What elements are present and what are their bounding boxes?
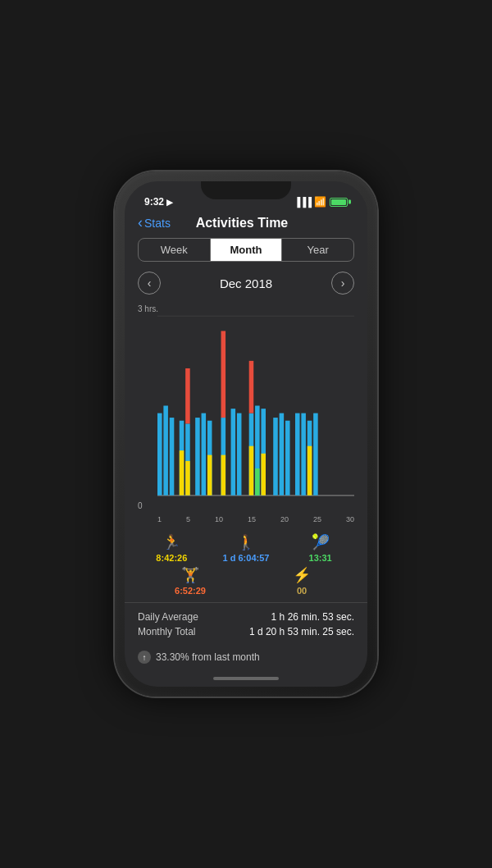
svg-rect-17 (231, 409, 236, 496)
svg-rect-26 (273, 418, 278, 496)
x-label-10: 10 (215, 515, 223, 523)
home-indicator (125, 670, 367, 687)
prev-arrow-icon: ‹ (148, 276, 152, 290)
percentage-text: 33.30% from last month (156, 651, 260, 663)
svg-rect-8 (185, 461, 190, 496)
x-label-15: 15 (248, 515, 256, 523)
total-row: Monthly Total 1 d 20 h 53 min. 25 sec. (138, 624, 354, 639)
back-label: Stats (144, 217, 171, 230)
wifi-icon: 📶 (314, 196, 326, 208)
x-label-25: 25 (313, 515, 321, 523)
svg-rect-27 (280, 413, 285, 496)
svg-rect-9 (185, 368, 190, 423)
battery-icon (330, 198, 348, 207)
svg-rect-4 (170, 418, 175, 496)
page-title: Activities Time (171, 216, 313, 231)
back-chevron-icon: ‹ (138, 214, 143, 231)
chart-container: 3 hrs. (125, 298, 367, 527)
svg-rect-15 (221, 455, 226, 496)
total-value: 1 d 20 h 53 min. 25 sec. (249, 626, 354, 637)
phone-screen: 9:32 ▶ ▐▐▐ 📶 ‹ Stats Activities Time Wee… (125, 181, 367, 687)
tennis-value: 13:31 (309, 553, 332, 563)
status-time: 9:32 ▶ (144, 196, 173, 208)
time-display: 9:32 (144, 196, 164, 208)
svg-rect-32 (308, 446, 312, 496)
signal-icon: ▐▐▐ (294, 197, 311, 207)
x-label-20: 20 (280, 515, 289, 523)
x-label-5: 5 (186, 515, 190, 523)
tennis-icon: 🎾 (312, 533, 330, 551)
current-month-label: Dec 2018 (220, 276, 272, 290)
bar-chart (157, 301, 354, 510)
stat-gym: 🏋 6:52:29 (138, 566, 243, 596)
daily-stats: Daily Average 1 h 26 min. 53 sec. Monthl… (125, 602, 367, 646)
svg-rect-21 (249, 361, 254, 413)
svg-rect-18 (237, 413, 242, 496)
stat-other: ⚡ 00 (249, 566, 354, 596)
segment-week[interactable]: Week (139, 239, 211, 261)
gym-value: 6:52:29 (175, 586, 206, 596)
y-axis-label: 3 hrs. (138, 304, 158, 313)
svg-rect-6 (180, 450, 184, 496)
average-value: 1 h 26 min. 53 sec. (271, 611, 354, 623)
average-row: Daily Average 1 h 26 min. 53 sec. (138, 610, 354, 624)
home-bar (213, 677, 279, 680)
x-label-30: 30 (346, 515, 354, 523)
zero-label: 0 (138, 501, 143, 510)
phone-frame: 9:32 ▶ ▐▐▐ 📶 ‹ Stats Activities Time Wee… (115, 171, 377, 697)
stat-tennis: 🎾 13:31 (286, 533, 354, 563)
battery-fill (331, 199, 346, 205)
gym-icon: 🏋 (181, 566, 199, 584)
other-icon: ⚡ (293, 566, 311, 584)
segment-month[interactable]: Month (211, 239, 283, 261)
chart-area: 1 5 10 15 20 25 30 (157, 301, 354, 527)
svg-rect-10 (195, 418, 200, 496)
svg-rect-23 (255, 468, 260, 496)
average-label: Daily Average (138, 611, 198, 623)
stat-walking: 🚶 1 d 6:04:57 (212, 533, 280, 563)
svg-rect-25 (261, 454, 266, 496)
x-label-1: 1 (157, 515, 162, 523)
svg-rect-29 (295, 413, 300, 496)
stats-row-1: 🏃 8:42:26 🚶 1 d 6:04:57 🎾 13:31 (125, 527, 367, 566)
walking-icon: 🚶 (237, 533, 255, 551)
total-label: Monthly Total (138, 626, 195, 637)
segment-control[interactable]: Week Month Year (138, 238, 354, 262)
segment-year[interactable]: Year (282, 239, 353, 261)
month-navigator: ‹ Dec 2018 › (125, 268, 367, 298)
stats-row-2: 🏋 6:52:29 ⚡ 00 (125, 566, 367, 602)
next-month-button[interactable]: › (331, 272, 354, 295)
stat-running: 🏃 8:42:26 (138, 533, 206, 563)
back-button[interactable]: ‹ Stats (138, 214, 171, 231)
status-icons: ▐▐▐ 📶 (294, 196, 348, 208)
next-arrow-icon: › (341, 276, 345, 290)
notch (201, 181, 291, 199)
x-axis-labels: 1 5 10 15 20 25 30 (157, 514, 354, 523)
svg-rect-30 (301, 413, 306, 496)
walking-value: 1 d 6:04:57 (223, 553, 270, 563)
svg-rect-13 (207, 455, 212, 496)
location-icon: ▶ (166, 198, 173, 207)
running-value: 8:42:26 (156, 553, 187, 563)
svg-rect-16 (221, 331, 226, 418)
svg-rect-3 (163, 406, 168, 496)
pct-arrow-icon: ↑ (138, 651, 151, 664)
svg-rect-20 (249, 446, 254, 496)
other-value: 00 (297, 586, 307, 596)
prev-month-button[interactable]: ‹ (138, 272, 161, 295)
svg-rect-33 (313, 413, 318, 496)
running-icon: 🏃 (162, 533, 180, 551)
svg-rect-2 (157, 413, 162, 496)
percentage-row: ↑ 33.30% from last month (125, 646, 367, 670)
svg-rect-28 (285, 421, 290, 496)
svg-rect-11 (202, 413, 207, 496)
nav-bar: ‹ Stats Activities Time (125, 211, 367, 238)
